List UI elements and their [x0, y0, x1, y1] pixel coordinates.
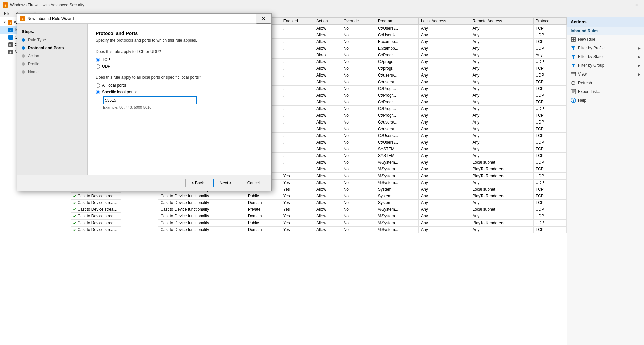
cell-program: C:\Users\...	[376, 32, 419, 38]
cell-profile: Domain	[246, 213, 281, 219]
refresh-icon	[571, 80, 576, 86]
step-dot-rule-type	[22, 38, 25, 42]
col-action[interactable]: Action	[314, 18, 341, 25]
cell-remote: Any	[470, 32, 533, 38]
cell-local: Any	[419, 199, 470, 206]
cell-program: C:\progr...	[376, 65, 419, 72]
wizard-title-icon: 🔥	[20, 16, 25, 21]
action-view[interactable]: View ▶	[567, 70, 644, 79]
all-ports-label[interactable]: All local ports	[102, 83, 126, 88]
filter-group-label: Filter by Group	[578, 63, 604, 68]
action-help[interactable]: ? Help	[567, 96, 644, 105]
cell-local: Any	[419, 79, 470, 85]
minimize-button[interactable]: ─	[598, 0, 613, 10]
cell-enabled: ...	[281, 72, 314, 79]
cell-remote: Any	[470, 58, 533, 65]
cell-program: C:\Progr...	[376, 112, 419, 119]
cell-enabled: Yes	[281, 186, 314, 193]
cancel-button[interactable]: Cancel	[241, 179, 266, 187]
back-button[interactable]: < Back	[185, 179, 210, 187]
table-row[interactable]: ✔Cast to Device streaming server (HTTP-S…	[71, 193, 567, 199]
cell-action: Allow	[314, 179, 341, 186]
check-icon: ✔	[73, 201, 76, 205]
refresh-label: Refresh	[578, 81, 592, 85]
wizard-close-button[interactable]: ✕	[256, 14, 271, 24]
cell-local: Any	[419, 25, 470, 32]
wizard-step-action[interactable]: Action	[17, 52, 87, 60]
action-filter-profile[interactable]: Filter by Profile ▶	[567, 44, 644, 52]
cell-program: %System...	[376, 226, 419, 233]
cell-enabled: Yes	[281, 213, 314, 219]
app-title: Windows Firewall with Advanced Security	[10, 3, 84, 7]
rule-name: Cast to Device streaming server (RTSP-St…	[78, 227, 119, 232]
cell-name: ✔Cast to Device streaming server (HTTP-S…	[71, 199, 121, 206]
filter-group-icon	[571, 63, 576, 68]
tcp-radio[interactable]	[96, 58, 100, 62]
cell-profile: Domain	[246, 199, 281, 206]
wizard-step-profile[interactable]: Profile	[17, 60, 87, 68]
cell-local: Any	[419, 58, 470, 65]
cell-local: Any	[419, 172, 470, 179]
action-export[interactable]: Export List...	[567, 87, 644, 96]
table-row[interactable]: ✔Cast to Device streaming server (RTCP-S…	[71, 206, 567, 213]
cell-local: Any	[419, 213, 470, 219]
udp-label[interactable]: UDP	[102, 64, 110, 69]
cell-enabled: ...	[281, 32, 314, 38]
action-filter-group[interactable]: Filter by Group ▶	[567, 61, 644, 70]
close-button[interactable]: ✕	[629, 0, 644, 10]
col-protocol[interactable]: Protocol	[533, 18, 566, 25]
maximize-button[interactable]: □	[613, 0, 629, 10]
cell-remote: Any	[470, 126, 533, 132]
table-row[interactable]: ✔Cast to Device streaming server (RTCP-S…	[71, 219, 567, 226]
wizard-step-rule-type[interactable]: Rule Type	[17, 36, 87, 44]
col-enabled[interactable]: Enabled	[281, 18, 314, 25]
svg-rect-16	[571, 72, 576, 76]
action-new-rule[interactable]: New Rule...	[567, 35, 644, 44]
col-local[interactable]: Local Address	[419, 18, 470, 25]
cell-protocol: UDP	[533, 179, 566, 186]
cell-action: Allow	[314, 219, 341, 226]
cell-action: Allow	[314, 32, 341, 38]
svg-marker-13	[571, 46, 575, 50]
specific-ports-radio[interactable]	[96, 90, 100, 94]
cell-group: Cast to Device functionality	[158, 213, 246, 219]
table-row[interactable]: ✔Cast to Device streaming server (RTSP-S…	[71, 226, 567, 233]
cell-override: No	[341, 25, 376, 32]
next-button[interactable]: Next >	[213, 179, 238, 187]
specific-ports-label[interactable]: Specific local ports:	[102, 90, 137, 94]
col-override[interactable]: Override	[341, 18, 376, 25]
help-label: Help	[578, 98, 586, 103]
actions-header: Actions	[567, 17, 644, 27]
cell-override: No	[341, 159, 376, 166]
wizard-step-name[interactable]: Name	[17, 68, 87, 76]
table-row[interactable]: ✔Cast to Device streaming server (RTCP-S…	[71, 213, 567, 219]
cell-protocol: UDP	[533, 219, 566, 226]
port-input[interactable]	[103, 96, 197, 104]
col-remote[interactable]: Remote Address	[470, 18, 533, 25]
wizard-step-protocol[interactable]: Protocol and Ports	[17, 44, 87, 52]
cell-program: C:\Users\...	[376, 132, 419, 139]
menu-file[interactable]: File	[1, 11, 13, 17]
cell-program: %System...	[376, 219, 419, 226]
tcp-label[interactable]: TCP	[102, 57, 110, 62]
cell-program: E:\xampp...	[376, 38, 419, 45]
cell-protocol: TCP	[533, 85, 566, 92]
col-program[interactable]: Program	[376, 18, 419, 25]
cell-action: Allow	[314, 186, 341, 193]
cell-local: Any	[419, 186, 470, 193]
wizard-footer: < Back Next > Cancel	[17, 175, 271, 191]
action-refresh[interactable]: Refresh	[567, 79, 644, 87]
cell-override: No	[341, 139, 376, 146]
udp-radio[interactable]	[96, 64, 100, 69]
table-row[interactable]: ✔Cast to Device streaming server (HTTP-S…	[71, 199, 567, 206]
step-label-profile: Profile	[28, 62, 39, 66]
all-ports-radio[interactable]	[96, 83, 100, 88]
cell-local: Any	[419, 85, 470, 92]
cell-protocol: UDP	[533, 105, 566, 112]
action-filter-state[interactable]: Filter by State ▶	[567, 52, 644, 61]
wizard-heading: Protocol and Ports	[96, 31, 263, 36]
cell-enabled: ...	[281, 38, 314, 45]
cell-action: Allow	[314, 92, 341, 99]
check-icon: ✔	[73, 221, 76, 225]
svg-marker-14	[571, 55, 575, 59]
